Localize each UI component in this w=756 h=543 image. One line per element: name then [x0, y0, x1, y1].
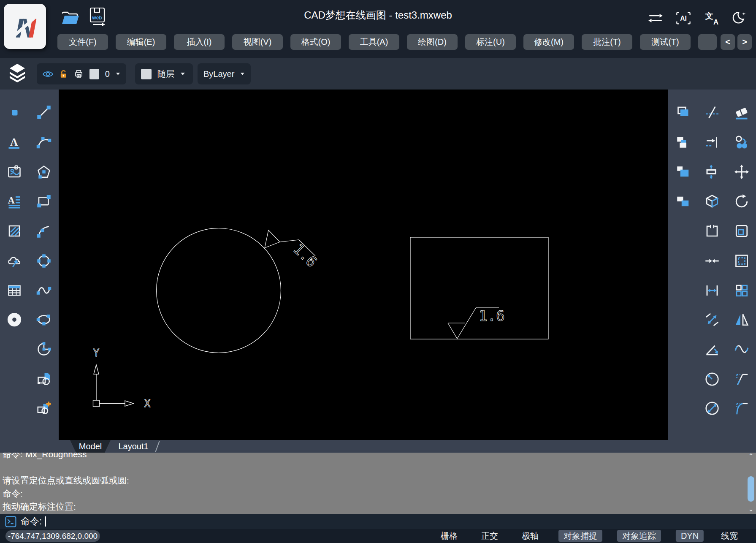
menu-item-view[interactable]: 视图(V): [232, 34, 283, 50]
toggle-object-track[interactable]: 对象追踪: [617, 530, 661, 542]
tool-stretch[interactable]: [702, 162, 722, 182]
tool-spline[interactable]: [34, 281, 54, 300]
arc-icon: [36, 135, 51, 150]
tool-circle[interactable]: [34, 251, 54, 271]
tool-trim[interactable]: [702, 103, 722, 122]
toggle-object-snap[interactable]: 对象捕捉: [558, 530, 602, 542]
tool-copy[interactable]: [732, 133, 751, 152]
entity-circle: [157, 228, 281, 353]
toggle-ortho[interactable]: 正交: [481, 530, 498, 542]
tool-draw-order-back[interactable]: [673, 192, 692, 211]
tool-join[interactable]: [702, 251, 722, 271]
tool-text[interactable]: [5, 133, 24, 152]
menu-item-tools[interactable]: 工具(A): [349, 34, 399, 50]
tool-draw-order-above[interactable]: [673, 133, 692, 152]
measure-distance-icon: [705, 283, 720, 298]
tool-block-create[interactable]: [34, 399, 54, 418]
tool-measure-distance[interactable]: [702, 281, 722, 300]
dark-mode-button[interactable]: [731, 9, 748, 27]
tool-break[interactable]: [702, 221, 722, 241]
tab-layout1[interactable]: Layout1: [112, 440, 154, 453]
menu-item-format[interactable]: 格式(O): [290, 34, 341, 50]
tool-array[interactable]: [732, 281, 751, 300]
tool-measure-radius[interactable]: [702, 369, 722, 389]
tool-erase[interactable]: [732, 103, 751, 122]
command-history[interactable]: 命令: Mx_Roughness 请设置定位点或直线或圆弧或圆: 命令: 拖动确…: [0, 453, 756, 514]
tool-move[interactable]: [732, 162, 751, 182]
tool-block-insert[interactable]: [34, 369, 54, 389]
command-input-row[interactable]: 命令:: [0, 514, 756, 529]
tool-table[interactable]: [5, 281, 24, 300]
tool-draw-order-front[interactable]: [673, 103, 692, 122]
rotate-icon: [734, 194, 749, 209]
layer-manager-button[interactable]: [8, 63, 27, 84]
drawing-canvas[interactable]: 1.6 1.6 Y X: [59, 90, 668, 440]
tool-arc[interactable]: [34, 133, 54, 152]
tool-mirror[interactable]: [732, 310, 751, 329]
tool-rotate[interactable]: [732, 192, 751, 211]
eye-icon[interactable]: [43, 70, 53, 79]
menu-scroll-right-button[interactable]: >: [737, 34, 752, 50]
tool-measure-align[interactable]: [702, 310, 722, 329]
tool-revision-cloud[interactable]: [5, 251, 24, 271]
printer-icon[interactable]: [74, 69, 84, 79]
tool-measure-diameter[interactable]: [702, 399, 722, 418]
menu-item-overflow[interactable]: [698, 34, 717, 50]
swap-layout-button[interactable]: [647, 9, 664, 27]
tool-scale[interactable]: [732, 251, 751, 271]
language-button[interactable]: 文 A: [703, 9, 721, 27]
unlock-icon[interactable]: [59, 69, 68, 79]
menu-item-modify[interactable]: 修改(M): [523, 34, 574, 50]
toggle-lineweight[interactable]: 线宽: [721, 530, 738, 542]
tool-polyline[interactable]: [34, 221, 54, 241]
tool-edit-spline[interactable]: [732, 339, 751, 359]
scroll-up-icon[interactable]: ⌃: [748, 453, 754, 459]
tool-hatch[interactable]: [5, 221, 24, 241]
menu-item-file[interactable]: 文件(F): [57, 34, 108, 50]
tool-explode[interactable]: [702, 192, 722, 211]
tool-rectangle[interactable]: [34, 192, 54, 211]
menu-item-draw[interactable]: 绘图(D): [407, 34, 458, 50]
color-select-group[interactable]: 随层: [135, 63, 193, 84]
circle-icon: [36, 253, 51, 269]
toggle-dyn[interactable]: DYN: [676, 530, 704, 542]
extend-icon: [705, 135, 720, 150]
tool-arc-pie[interactable]: [34, 339, 54, 359]
measure-diameter-icon: [705, 401, 720, 416]
toggle-polar[interactable]: 极轴: [522, 530, 539, 542]
menu-item-test[interactable]: 测试(T): [640, 34, 691, 50]
command-scrollbar[interactable]: ⌃ ⌄: [747, 453, 755, 513]
tool-chamfer[interactable]: [732, 369, 751, 389]
tool-measure-angle[interactable]: [702, 339, 722, 359]
spline-icon: [36, 283, 51, 298]
menu-item-edit[interactable]: 编辑(E): [116, 34, 166, 50]
layer-color-swatch[interactable]: [89, 69, 99, 79]
menu-item-annotate[interactable]: 批注(T): [582, 34, 632, 50]
layer-caret-down-icon[interactable]: [116, 72, 120, 76]
tool-polygon[interactable]: [34, 162, 54, 182]
tool-fillet[interactable]: [732, 399, 751, 418]
ai-button[interactable]: AI: [675, 9, 692, 27]
tool-extend[interactable]: [702, 133, 722, 152]
toggle-grid[interactable]: 栅格: [441, 530, 458, 542]
tool-offset[interactable]: [732, 221, 751, 241]
offset-icon: [734, 223, 749, 239]
menu-item-dimension[interactable]: 标注(U): [465, 34, 516, 50]
text-icon: [7, 135, 22, 150]
revision-cloud-icon: [7, 253, 22, 269]
scrollbar-thumb[interactable]: [748, 476, 754, 502]
scroll-down-icon[interactable]: ⌄: [748, 507, 754, 512]
measure-radius-icon: [705, 372, 720, 387]
tool-mtext[interactable]: [5, 192, 24, 211]
menu-item-insert[interactable]: 插入(I): [174, 34, 225, 50]
command-history-line: [3, 461, 756, 474]
tool-point[interactable]: [5, 103, 24, 122]
linetype-select-group[interactable]: ByLayer: [198, 63, 251, 84]
tool-image[interactable]: [5, 162, 24, 182]
menu-scroll-left-button[interactable]: <: [721, 34, 735, 50]
tool-ellipse[interactable]: [34, 310, 54, 329]
tab-model[interactable]: Model: [70, 440, 111, 453]
tool-line[interactable]: [34, 103, 54, 122]
tool-draw-order-below[interactable]: [673, 162, 692, 182]
tool-donut[interactable]: [5, 310, 24, 329]
